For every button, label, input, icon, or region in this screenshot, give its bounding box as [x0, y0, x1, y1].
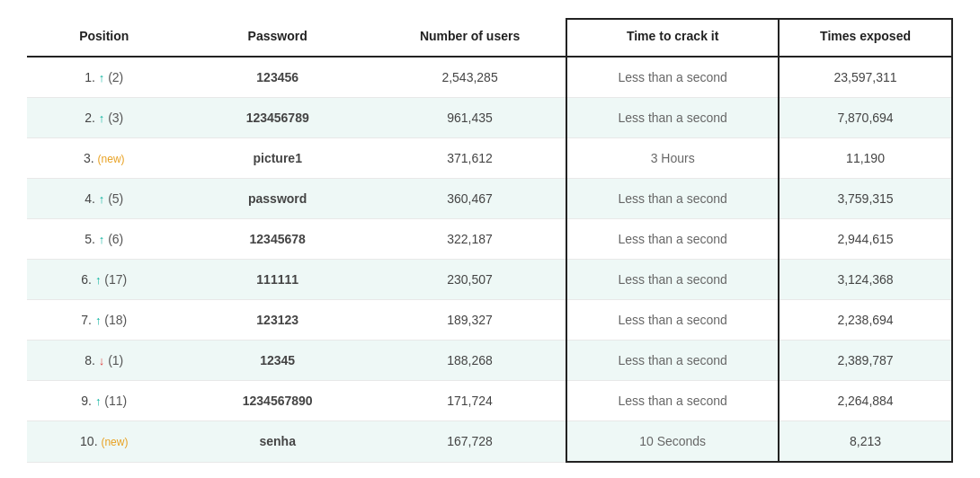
table-row-position: 1. ↑ (2) [27, 57, 182, 98]
table-row-position: 5. ↑ (6) [27, 219, 182, 260]
arrow-down-icon: ↓ [99, 354, 105, 367]
table-row-times-exposed: 2,264,884 [779, 381, 952, 421]
table-row-num-users: 2,543,285 [374, 57, 566, 98]
table-row-crack-time: Less than a second [566, 219, 779, 260]
table-row-password: 123456 [182, 57, 374, 98]
new-badge: (new) [98, 153, 125, 165]
rank-number: 6. [81, 272, 92, 287]
arrow-up-icon: ↑ [99, 233, 105, 246]
table-row-position: 3. (new) [27, 138, 182, 179]
table-row-times-exposed: 2,238,694 [779, 300, 952, 341]
table-row-times-exposed: 3,759,315 [779, 179, 952, 219]
rank-number: 3. [84, 151, 94, 165]
password-table: Position Password Number of users Time t… [27, 18, 953, 463]
table-row-position: 4. ↑ (5) [27, 179, 182, 219]
table-row-position: 8. ↓ (1) [27, 341, 182, 381]
arrow-up-icon: ↑ [99, 192, 105, 206]
arrow-up-icon: ↑ [95, 273, 102, 287]
table-row-times-exposed: 7,870,694 [779, 98, 952, 138]
table-row-position: 9. ↑ (11) [27, 381, 182, 421]
table-row-num-users: 961,435 [374, 98, 566, 138]
table-row-num-users: 322,187 [374, 219, 566, 260]
table-row-position: 6. ↑ (17) [27, 260, 182, 300]
col-header-password: Password [182, 19, 374, 57]
rank-number: 9. [81, 394, 92, 408]
arrow-up-icon: ↑ [99, 71, 105, 84]
table-row-times-exposed: 3,124,368 [779, 260, 952, 300]
rank-number: 8. [85, 353, 95, 367]
table-container: Position Password Number of users Time t… [0, 0, 980, 478]
table-row-times-exposed: 2,944,615 [779, 219, 952, 260]
table-row-crack-time: 3 Hours [566, 138, 779, 179]
table-row-position: 7. ↑ (18) [27, 300, 182, 341]
table-row-crack-time: Less than a second [566, 57, 779, 98]
table-row-num-users: 230,507 [374, 260, 566, 300]
table-row-times-exposed: 8,213 [779, 421, 952, 463]
col-header-times-exposed: Times exposed [779, 19, 952, 57]
table-row-crack-time: 10 Seconds [566, 421, 779, 463]
col-header-crack-time: Time to crack it [566, 19, 779, 57]
table-row-password: senha [182, 421, 374, 463]
col-header-position: Position [27, 19, 182, 57]
rank-number: 10. [80, 434, 97, 448]
arrow-up-icon: ↑ [95, 314, 102, 327]
arrow-up-icon: ↑ [95, 394, 102, 408]
table-row-crack-time: Less than a second [566, 179, 779, 219]
table-row-password: 12345678 [182, 219, 374, 260]
table-row-password: 123456789 [182, 98, 374, 138]
table-row-num-users: 371,612 [374, 138, 566, 179]
table-row-password: 12345 [182, 341, 374, 381]
table-row-crack-time: Less than a second [566, 341, 779, 381]
table-row-num-users: 360,467 [374, 179, 566, 219]
table-row-position: 10. (new) [27, 421, 182, 463]
table-row-num-users: 167,728 [374, 421, 566, 463]
rank-number: 2. [85, 111, 95, 125]
table-row-crack-time: Less than a second [566, 381, 779, 421]
table-row-password: 1234567890 [182, 381, 374, 421]
table-row-crack-time: Less than a second [566, 260, 779, 300]
table-row-num-users: 189,327 [374, 300, 566, 341]
col-header-num-users: Number of users [374, 19, 566, 57]
rank-number: 4. [85, 191, 95, 206]
arrow-up-icon: ↑ [99, 111, 105, 125]
rank-number: 1. [85, 70, 95, 84]
rank-number: 5. [85, 232, 95, 246]
rank-number: 7. [81, 313, 92, 327]
table-row-password: 123123 [182, 300, 374, 341]
table-row-times-exposed: 2,389,787 [779, 341, 952, 381]
table-row-password: picture1 [182, 138, 374, 179]
table-row-num-users: 188,268 [374, 341, 566, 381]
table-row-password: password [182, 179, 374, 219]
table-row-crack-time: Less than a second [566, 98, 779, 138]
new-badge: (new) [101, 436, 128, 448]
table-row-crack-time: Less than a second [566, 300, 779, 341]
table-row-position: 2. ↑ (3) [27, 98, 182, 138]
table-row-password: 111111 [182, 260, 374, 300]
table-row-num-users: 171,724 [374, 381, 566, 421]
table-row-times-exposed: 23,597,311 [779, 57, 952, 98]
table-row-times-exposed: 11,190 [779, 138, 952, 179]
